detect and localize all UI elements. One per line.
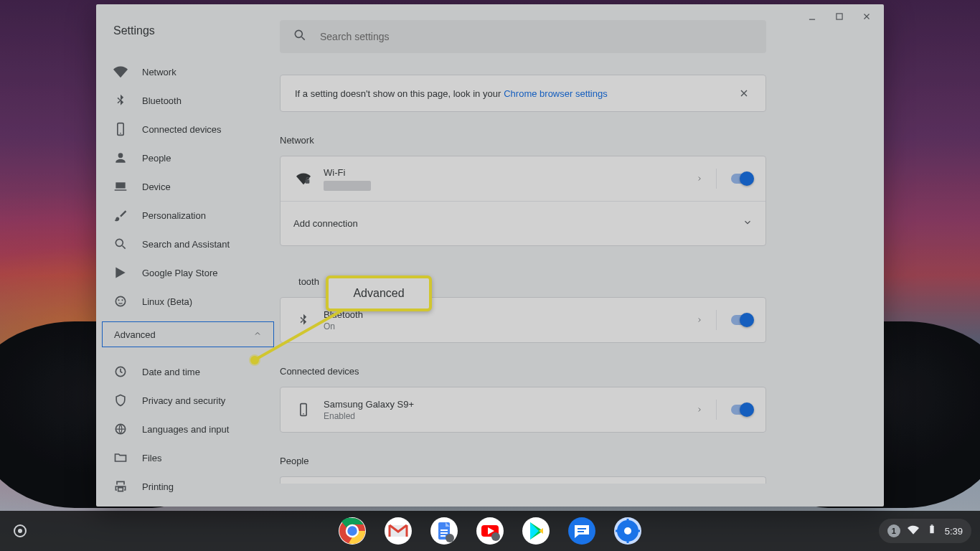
notification-badge[interactable]: 1 [887, 524, 900, 537]
laptop-icon [113, 179, 128, 194]
sidebar-item-files[interactable]: Files [96, 443, 280, 472]
sidebar-item-privacy-security[interactable]: Privacy and security [96, 386, 280, 415]
sidebar-item-search-assistant[interactable]: Search and Assistant [96, 230, 280, 258]
person-icon [113, 151, 128, 165]
sidebar-item-label: Date and time [142, 367, 200, 377]
phone-icon [113, 122, 128, 136]
svg-rect-41 [930, 524, 933, 525]
chevron-right-icon [696, 172, 703, 185]
bluetooth-icon [113, 93, 128, 108]
svg-rect-38 [616, 530, 619, 532]
system-tray[interactable]: 1 5:39 [870, 519, 980, 543]
svg-rect-40 [930, 526, 933, 534]
play-store-app-icon[interactable] [522, 517, 550, 545]
docs-app-icon[interactable] [430, 517, 458, 545]
svg-rect-39 [636, 530, 640, 532]
messages-app-icon[interactable] [567, 517, 596, 545]
sidebar-item-printing[interactable]: Printing [96, 472, 280, 501]
section-title-bluetooth: Bluetooth [280, 276, 864, 287]
printer-icon [113, 479, 128, 494]
tray-wifi-icon [908, 524, 919, 538]
page-title: Settings [96, 24, 280, 47]
search-input[interactable] [320, 31, 753, 42]
sidebar-item-label: Google Play Store [142, 268, 218, 278]
connected-device-name: Samsung Galaxy S9+ [324, 399, 414, 410]
sidebar-item-date-time[interactable]: Date and time [96, 357, 280, 386]
search-bar[interactable] [280, 20, 766, 53]
sidebar-item-label: Network [142, 67, 176, 77]
connected-device-status: Enabled [324, 411, 414, 421]
shield-icon [113, 393, 128, 408]
sidebar-item-personalization[interactable]: Personalization [96, 201, 280, 230]
sidebar-item-label: Files [142, 453, 161, 463]
people-card [280, 476, 766, 484]
sidebar-advanced-label: Advanced [114, 329, 156, 340]
sidebar-item-label: Search and Assistant [142, 239, 230, 250]
window-maximize-button[interactable] [834, 11, 845, 22]
svg-rect-23 [440, 532, 448, 534]
svg-rect-31 [578, 528, 586, 529]
sidebar-item-label: Device [142, 182, 171, 192]
connected-card: Samsung Galaxy S9+ Enabled [280, 387, 766, 433]
settings-sidebar: Settings Network Bluetooth Connected dev… [96, 4, 280, 507]
sidebar-item-label: People [142, 153, 171, 164]
settings-main: If a setting doesn't show on this page, … [280, 4, 884, 507]
gmail-app-icon[interactable] [384, 517, 413, 545]
tray-clock: 5:39 [945, 526, 963, 537]
banner-close-button[interactable] [732, 82, 755, 105]
sidebar-item-linux-beta[interactable]: Linux (Beta) [96, 287, 280, 316]
wifi-row[interactable]: Wi-Fi [281, 156, 765, 201]
wifi-toggle[interactable] [731, 174, 753, 184]
svg-point-25 [446, 534, 454, 542]
section-title-connected: Connected devices [280, 366, 864, 377]
chevron-right-icon [696, 314, 703, 326]
add-connection-row[interactable]: Add connection [281, 201, 765, 245]
svg-rect-32 [578, 531, 584, 532]
sidebar-item-label: Connected devices [142, 124, 222, 135]
connected-device-row[interactable]: Samsung Galaxy S9+ Enabled [281, 387, 765, 432]
sidebar-item-device[interactable]: Device [96, 172, 280, 201]
launcher-button[interactable] [0, 524, 40, 537]
globe-icon [113, 422, 128, 436]
bluetooth-card: Bluetooth On [280, 297, 766, 343]
bluetooth-toggle[interactable] [731, 315, 753, 325]
folder-icon [113, 451, 128, 465]
chrome-app-icon[interactable] [338, 517, 367, 545]
sidebar-item-label: Languages and input [142, 424, 229, 435]
svg-rect-24 [440, 535, 446, 537]
bluetooth-icon [293, 313, 314, 327]
banner-text: If a setting doesn't show on this page, … [295, 88, 501, 99]
window-minimize-button[interactable] [806, 11, 818, 22]
sidebar-item-languages-input[interactable]: Languages and input [96, 415, 280, 443]
wifi-title: Wi-Fi [324, 167, 371, 178]
chevron-up-icon [253, 329, 262, 340]
bluetooth-title: Bluetooth [324, 309, 363, 320]
sidebar-item-bluetooth[interactable]: Bluetooth [96, 86, 280, 115]
bluetooth-row[interactable]: Bluetooth On [281, 298, 765, 342]
sidebar-advanced-toggle[interactable]: Advanced [102, 321, 274, 347]
svg-point-9 [295, 30, 302, 37]
info-banner: If a setting doesn't show on this page, … [280, 75, 766, 112]
chevron-right-icon [696, 403, 703, 416]
sidebar-item-label: Bluetooth [142, 95, 182, 106]
banner-link[interactable]: Chrome browser settings [504, 88, 608, 99]
svg-point-35 [624, 527, 631, 534]
svg-point-4 [116, 296, 125, 306]
svg-point-28 [491, 532, 500, 541]
connected-device-toggle[interactable] [731, 405, 753, 415]
youtube-app-icon[interactable] [476, 517, 504, 545]
svg-point-6 [121, 299, 123, 301]
settings-app-icon[interactable] [613, 517, 642, 545]
shelf: 1 5:39 [0, 511, 980, 551]
shelf-apps [338, 517, 642, 545]
settings-window: Settings Network Bluetooth Connected dev… [96, 4, 884, 507]
sidebar-item-play-store[interactable]: Google Play Store [96, 258, 280, 287]
wifi-ssid-redacted [324, 181, 371, 191]
sidebar-item-network[interactable]: Network [96, 57, 280, 86]
sidebar-item-people[interactable]: People [96, 143, 280, 172]
sidebar-item-label: Linux (Beta) [142, 296, 192, 307]
window-close-button[interactable] [861, 11, 872, 22]
chevron-down-icon [743, 217, 753, 230]
svg-point-2 [120, 133, 121, 134]
sidebar-item-connected-devices[interactable]: Connected devices [96, 115, 280, 143]
